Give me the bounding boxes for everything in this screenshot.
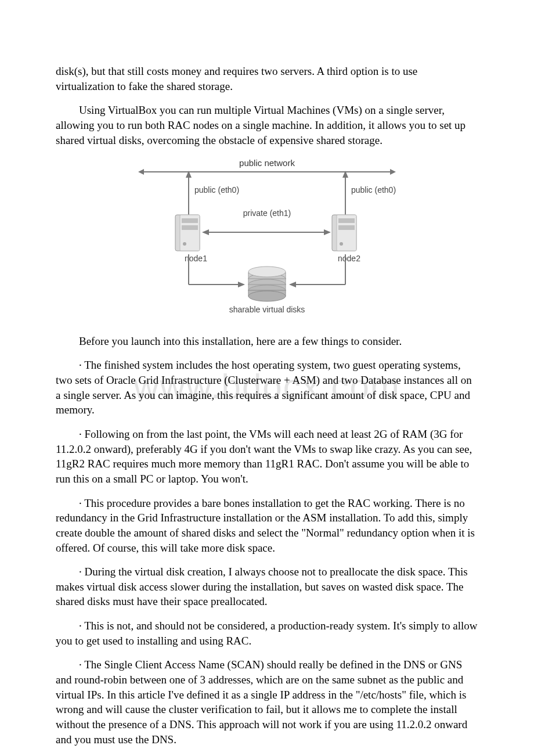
svg-rect-15 — [338, 225, 355, 230]
bullet-5: · This is not, and should not be conside… — [56, 618, 478, 648]
svg-marker-18 — [202, 229, 209, 235]
svg-point-11 — [183, 242, 186, 246]
svg-point-35 — [248, 267, 286, 277]
network-diagram: public network public (eth0) public (eth… — [56, 157, 478, 323]
shared-disks-icon — [248, 267, 286, 301]
document-content: disk(s), but that still costs money and … — [56, 64, 478, 756]
server-node1-icon — [175, 215, 200, 251]
svg-rect-10 — [182, 225, 198, 230]
bullet-2: · Following on from the last point, the … — [56, 427, 478, 487]
svg-marker-25 — [289, 282, 296, 287]
svg-marker-19 — [324, 229, 331, 235]
bullet-3: · This procedure provides a bare bones i… — [56, 496, 478, 556]
paragraph-consider: Before you launch into this installation… — [56, 334, 478, 349]
label-node2: node2 — [338, 254, 360, 263]
svg-marker-1 — [138, 169, 144, 175]
label-public-network: public network — [239, 158, 295, 168]
bullet-4: · During the virtual disk creation, I al… — [56, 564, 478, 609]
server-node2-icon — [332, 215, 356, 251]
label-public-eth0-left: public (eth0) — [194, 185, 239, 195]
svg-marker-22 — [238, 282, 245, 287]
bullet-1: · The finished system includes the host … — [56, 358, 478, 417]
paragraph-intro-2: Using VirtualBox you can run multiple Vi… — [56, 103, 478, 147]
label-private-eth1: private (eth1) — [243, 208, 291, 218]
svg-rect-9 — [182, 218, 198, 223]
label-shared-disks: sharable virtual disks — [229, 305, 305, 314]
paragraph-intro-1: disk(s), but that still costs money and … — [56, 64, 478, 93]
bullet-6: · The Single Client Access Name (SCAN) s… — [56, 657, 478, 747]
svg-point-34 — [248, 291, 286, 301]
diagram-svg: public network public (eth0) public (eth… — [122, 157, 412, 319]
label-node1: node1 — [185, 254, 207, 263]
svg-marker-2 — [390, 169, 396, 175]
svg-rect-14 — [338, 218, 355, 223]
label-public-eth0-right: public (eth0) — [351, 185, 396, 195]
svg-point-16 — [340, 242, 343, 246]
